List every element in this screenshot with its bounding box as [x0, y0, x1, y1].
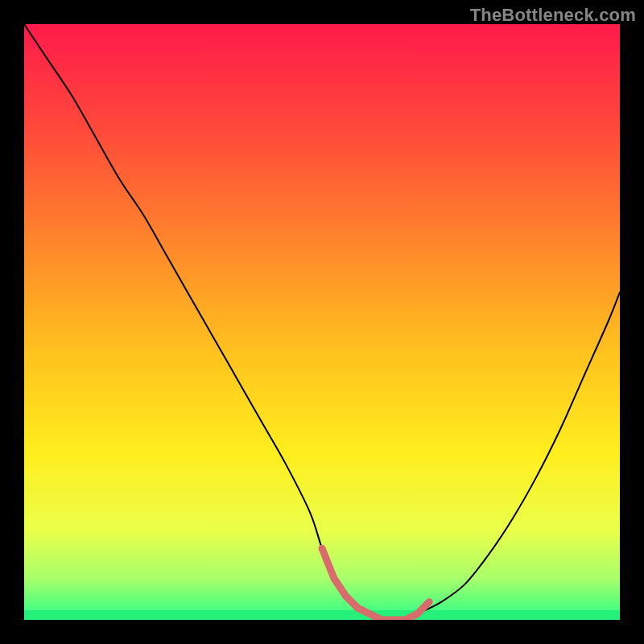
- plot-svg: [24, 24, 620, 620]
- watermark-text: TheBottleneck.com: [470, 5, 636, 26]
- bottom-band: [24, 610, 620, 620]
- gradient-background: [24, 24, 620, 620]
- chart-frame: TheBottleneck.com: [0, 0, 644, 644]
- plot-area: [24, 24, 620, 620]
